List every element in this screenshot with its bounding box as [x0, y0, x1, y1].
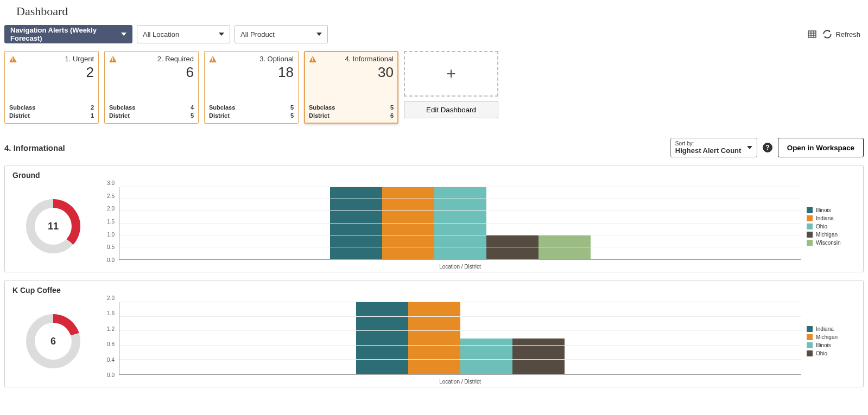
warning-icon [9, 56, 17, 62]
subclass-value: 4 [191, 104, 194, 112]
legend-item: Illinois [807, 342, 856, 348]
panel-kcup: K Cup Coffee 6 0.00.40.81.21.62.0 Locati… [4, 280, 864, 387]
tile-count: 30 [309, 64, 394, 81]
y-tick: 1.2 [107, 325, 115, 331]
location-value: All Location [143, 30, 179, 39]
legend-item: Ohio [807, 224, 856, 229]
y-tick: 0.8 [107, 341, 115, 347]
legend-label: Ohio [816, 224, 827, 229]
legend-label: Illinois [816, 342, 831, 348]
warning-icon [109, 56, 117, 62]
bar [382, 187, 434, 259]
bar [460, 339, 512, 375]
nav-alerts-label: Navigation Alerts (Weekly Forecast) [10, 26, 116, 42]
legend-label: Wisconsin [816, 240, 841, 246]
subclass-label: Subclass [9, 104, 35, 112]
tile-optional[interactable]: 3. Optional 18 Subclass5 District5 [204, 51, 299, 124]
toolbar: Navigation Alerts (Weekly Forecast) All … [4, 25, 864, 43]
legend-item: Wisconsin [807, 240, 856, 246]
legend-swatch [807, 207, 813, 213]
donut-value: 6 [26, 314, 80, 368]
tile-count: 6 [109, 64, 194, 81]
product-value: All Product [240, 30, 275, 39]
district-value: 6 [390, 112, 394, 120]
bar [434, 187, 486, 259]
sort-label: Sort by: [675, 141, 743, 146]
legend-swatch [807, 334, 813, 340]
legend-label: Illinois [816, 207, 831, 213]
legend-item: Michigan [807, 334, 856, 340]
tile-urgent[interactable]: 1. Urgent 2 Subclass2 District1 [4, 51, 99, 124]
legend-label: Indiana [816, 326, 834, 332]
help-icon[interactable]: ? [763, 143, 772, 152]
tile-count: 2 [9, 64, 94, 81]
table-view-icon[interactable] [806, 28, 818, 40]
chevron-down-icon [121, 33, 126, 36]
bar-chart-ground: 0.00.51.01.52.02.53.0 Location / Distric… [99, 183, 801, 270]
chevron-down-icon [316, 33, 322, 36]
sort-value: Highest Alert Count [675, 146, 743, 155]
subclass-label: Subclass [309, 104, 335, 112]
legend-swatch [807, 342, 813, 348]
donut-chart: 6 [26, 314, 80, 368]
warning-icon [309, 56, 316, 62]
legend-item: Illinois [807, 207, 856, 213]
legend-swatch [807, 232, 813, 238]
legend-item: Ohio [807, 350, 856, 356]
tile-title: 3. Optional [259, 55, 294, 63]
chevron-down-icon [747, 146, 752, 149]
y-tick: 1.6 [107, 310, 115, 316]
product-dropdown[interactable]: All Product [235, 25, 328, 43]
district-value: 5 [290, 112, 294, 120]
legend-swatch [807, 215, 813, 221]
section-title: 4. Informational [4, 143, 65, 152]
y-tick: 3.0 [107, 180, 115, 186]
subclass-value: 5 [390, 104, 394, 112]
refresh-label: Refresh [835, 30, 860, 39]
nav-alerts-dropdown[interactable]: Navigation Alerts (Weekly Forecast) [4, 25, 132, 43]
svg-rect-0 [808, 31, 816, 37]
district-label: District [309, 112, 330, 120]
legend-label: Michigan [816, 334, 838, 340]
legend-item: Michigan [807, 232, 856, 238]
legend-swatch [807, 350, 813, 356]
add-tile-button[interactable]: + [404, 51, 498, 97]
alert-tiles: 1. Urgent 2 Subclass2 District1 2. Requi… [4, 51, 864, 124]
tile-required[interactable]: 2. Required 6 Subclass4 District5 [104, 51, 199, 124]
bar-chart-kcup: 0.00.40.81.21.62.0 Location / District [99, 298, 801, 385]
refresh-button[interactable]: Refresh [822, 29, 860, 39]
y-tick: 0.4 [107, 356, 115, 362]
y-tick: 2.5 [107, 193, 115, 199]
bar [356, 302, 408, 374]
legend-swatch [807, 224, 813, 229]
x-axis-label: Location / District [119, 264, 801, 270]
bar [408, 302, 460, 374]
location-dropdown[interactable]: All Location [137, 25, 230, 43]
sort-dropdown[interactable]: Sort by: Highest Alert Count [670, 138, 757, 157]
legend-item: Indiana [807, 326, 856, 332]
legend-label: Ohio [816, 350, 827, 356]
legend-swatch [807, 326, 813, 332]
district-value: 1 [91, 112, 94, 120]
legend: IndianaMichiganIllinoisOhio [807, 326, 856, 356]
district-label: District [9, 112, 30, 120]
edit-dashboard-button[interactable]: Edit Dashboard [404, 101, 498, 118]
district-label: District [209, 112, 230, 120]
y-tick: 0.0 [107, 257, 115, 263]
legend-swatch [807, 240, 813, 246]
donut-value: 11 [26, 199, 80, 253]
page-title: Dashboard [16, 4, 864, 18]
subclass-value: 2 [91, 104, 94, 112]
legend-item: Indiana [807, 215, 856, 221]
open-workspace-button[interactable]: Open in Workspace [778, 138, 864, 157]
y-tick: 1.0 [107, 231, 115, 237]
district-value: 5 [191, 112, 194, 120]
tile-informational[interactable]: 4. Informational 30 Subclass5 District6 [304, 51, 398, 124]
legend-label: Michigan [816, 232, 838, 238]
chevron-down-icon [219, 33, 224, 36]
panel-ground: Ground 11 0.00.51.01.52.02.53.0 Location… [4, 165, 864, 272]
tile-count: 18 [209, 64, 294, 81]
plus-icon: + [446, 65, 456, 83]
subclass-value: 5 [290, 104, 294, 112]
y-tick: 1.5 [107, 219, 115, 225]
